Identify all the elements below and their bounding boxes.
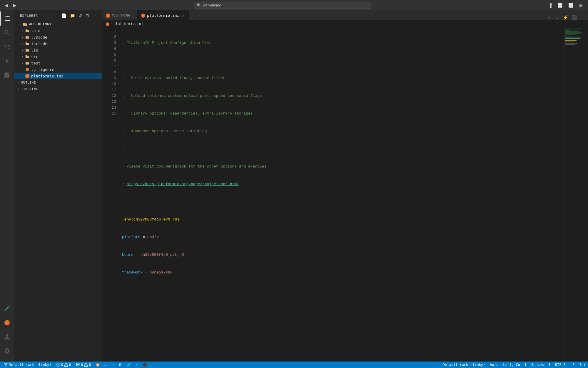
activity-bar-item-source-control[interactable]: [0, 40, 14, 54]
errors-item[interactable]: 0 0: [55, 362, 73, 368]
chevron-right-icon: ›: [20, 29, 25, 32]
line-ending-item[interactable]: LF: [568, 362, 577, 368]
chevron-right-icon: ›: [20, 49, 25, 52]
collapse-all-button[interactable]: ⊟: [84, 13, 90, 19]
split-editor-button[interactable]: ⬜: [566, 2, 576, 9]
sidebar-item-platformio-ini-label: platformio.ini: [31, 74, 102, 78]
tab-pio-home[interactable]: ⚡ PIO Home: [102, 10, 138, 20]
code-line-12: platform = ch32v: [122, 234, 564, 240]
sidebar-toggle-button[interactable]: ▐: [546, 2, 554, 9]
sidebar-item-test-label: test: [31, 61, 102, 65]
terminal-item[interactable]: ⬛: [141, 362, 148, 368]
check-item[interactable]: ✓: [103, 362, 108, 368]
sidebar-section-timeline[interactable]: › TIMELINE: [14, 86, 102, 92]
statusbar: Default (wch-blinky) 0 0 0 0 🏠 ✓ → 🗑 🧪 ↑…: [0, 362, 588, 368]
sidebar-item-test[interactable]: › test: [14, 60, 102, 66]
chevron-right-icon: ›: [20, 55, 25, 58]
activity-bar-item-pio[interactable]: ⚡: [0, 316, 14, 330]
code-editor: 1 2 3 4 5 6 7 8 9 10 11 12 13 14 15 ; Pl…: [102, 27, 588, 362]
refresh-button[interactable]: ↺: [77, 13, 83, 19]
project-root[interactable]: ▾ WCH-BLINKY: [14, 21, 102, 27]
code-line-11: [env:ch32v003f4p6_evt_r0]: [122, 217, 564, 223]
sidebar-section-outline[interactable]: › OUTLINE: [14, 79, 102, 86]
chevron-down-icon: ▾: [18, 23, 22, 26]
back-button[interactable]: ◀: [3, 2, 10, 9]
sidebar-item-platformio-ini[interactable]: › ⚡ platformio.ini: [14, 73, 102, 79]
line-num-4: 4: [105, 46, 116, 52]
more-actions-button[interactable]: ···: [91, 13, 97, 19]
sidebar-item-pio[interactable]: › .pio: [14, 27, 102, 34]
editor-area: ⚡ PIO Home ⚡ platformio.ini ✕ ✓ ⌄ ⚡ ⬛ ··…: [102, 10, 588, 362]
line-num-1: 1: [105, 28, 116, 34]
activity-bar-item-extensions[interactable]: [0, 68, 14, 82]
trash-item[interactable]: 🗑: [117, 362, 123, 368]
tab-platformio-ini[interactable]: ⚡ platformio.ini ✕: [138, 10, 189, 20]
activity-bar-item-run[interactable]: [0, 54, 14, 68]
chevron-right-icon: ›: [16, 87, 21, 91]
svg-point-0: [26, 68, 29, 71]
default-env-item[interactable]: Default (wch-blinky): [440, 362, 488, 368]
sidebar-item-gitignore[interactable]: › .gitignore: [14, 66, 102, 73]
upload-item[interactable]: ↑: [134, 362, 139, 368]
activity-bar-item-account[interactable]: [0, 330, 14, 344]
line-num-7: 7: [105, 64, 116, 69]
line-num-2: 2: [105, 34, 116, 40]
new-folder-button[interactable]: 📁: [69, 13, 76, 19]
language-item[interactable]: Ini: [577, 362, 588, 368]
chevron-right-icon: ›: [20, 36, 25, 39]
code-line-15: [122, 287, 564, 293]
split-right-button[interactable]: ⚡: [562, 14, 569, 20]
search-input[interactable]: [203, 3, 368, 7]
code-line-13: board = ch32v003f4p6_evt_r0: [122, 252, 564, 258]
warning-count: 0: [69, 363, 71, 367]
code-content[interactable]: ; PlatformIO Project Configuration File …: [118, 27, 564, 362]
editor-layout-button[interactable]: ⬜: [555, 2, 565, 9]
branch-item[interactable]: Default (wch-blinky): [2, 362, 53, 368]
editor-layout-split-button[interactable]: ⬛: [571, 14, 579, 20]
code-line-1: ; PlatformIO Project Configuration File: [122, 40, 564, 46]
sidebar-header: Explorer 📄 📁 ↺ ⊟ ···: [14, 10, 102, 21]
tab-platformio-icon: ⚡: [141, 13, 145, 18]
sidebar-item-include[interactable]: › include: [14, 40, 102, 47]
auto-item[interactable]: Auto: [487, 362, 501, 368]
activity-bar-item-settings[interactable]: [0, 344, 14, 358]
activity-bar-item-explorer[interactable]: [0, 11, 14, 26]
encoding-item[interactable]: UTF-8: [553, 362, 568, 368]
more-editor-actions-button[interactable]: ···: [580, 14, 586, 20]
titlebar-search-box[interactable]: 🔍: [194, 2, 370, 9]
code-line-7: ;: [122, 146, 564, 152]
spaces-item[interactable]: Spaces: 4: [529, 362, 553, 368]
customize-layout-button[interactable]: ⊞: [577, 2, 585, 9]
tab-close-button[interactable]: ✕: [181, 13, 185, 18]
code-line-14: framework = noneos-sdk: [122, 270, 564, 276]
activity-bar-item-testing[interactable]: 🧪: [0, 301, 14, 316]
chevron-down-button[interactable]: ⌄: [554, 14, 560, 20]
spaces-label: Spaces: 4: [531, 363, 550, 367]
code-line-8: ; Please visit documentation for the oth…: [122, 164, 564, 170]
check-button[interactable]: ✓: [546, 14, 553, 20]
activity-bar-item-search[interactable]: [0, 26, 14, 40]
sync-warning-count: 0: [89, 363, 91, 367]
encoding-label: UTF-8: [555, 363, 566, 367]
sidebar-header-actions: 📄 📁 ↺ ⊟ ···: [60, 13, 97, 19]
docs-link[interactable]: https://docs.platformio.org/page/project…: [127, 182, 239, 186]
tab-bar: ⚡ PIO Home ⚡ platformio.ini ✕ ✓ ⌄ ⚡ ⬛ ··…: [102, 10, 588, 21]
main-layout: 🧪 ⚡ Explorer 📄 📁 ↺ ⊟: [0, 10, 588, 362]
line-numbers: 1 2 3 4 5 6 7 8 9 10 11 12 13 14 15: [102, 27, 118, 362]
sync-errors-item[interactable]: 0 0: [74, 362, 92, 368]
forward-button[interactable]: ▶: [11, 2, 18, 9]
arrow-right-item[interactable]: →: [110, 362, 115, 368]
sidebar-item-lib[interactable]: › lib: [14, 47, 102, 53]
home-item[interactable]: 🏠: [94, 362, 101, 368]
cursor-position-item[interactable]: Ln 1, Col 1: [501, 362, 529, 368]
pio-file-icon: ⚡: [25, 74, 29, 78]
breadcrumb-pio-icon: ⚡: [106, 21, 109, 26]
code-line-3: ; Build options: build flags, source fil…: [122, 75, 564, 81]
test-tube-item[interactable]: 🧪: [125, 362, 133, 368]
file-gitignore-icon: [25, 67, 30, 72]
sidebar-item-src[interactable]: › src: [14, 53, 102, 60]
pio-tab-icon: ⚡: [106, 14, 110, 18]
new-file-button[interactable]: 📄: [60, 13, 68, 19]
sidebar-item-vscode[interactable]: › .vscode: [14, 34, 102, 40]
activity-bar: 🧪 ⚡: [0, 10, 14, 362]
